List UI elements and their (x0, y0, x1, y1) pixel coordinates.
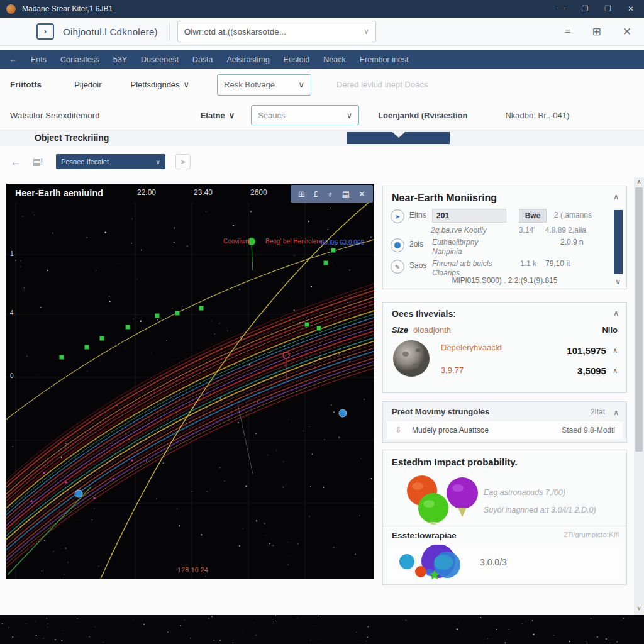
object-selector-dropdown[interactable]: Olwr:otd at.((soskarsotde... ∨ (177, 21, 376, 42)
nav-item-ents[interactable]: Ents (31, 55, 47, 64)
app-logo-icon (6, 4, 16, 14)
row1b-right: 4.8,89 2,aiia (545, 226, 586, 235)
nav-item-dasta[interactable]: Dasta (192, 55, 213, 64)
asteroid-marker[interactable] (60, 355, 64, 360)
scrollbar-thumb[interactable] (635, 187, 643, 452)
card-scrollbar-thumb[interactable] (614, 210, 623, 274)
asteroid-row (392, 339, 431, 378)
asteroid-marker[interactable] (317, 326, 321, 331)
mini-toolbar: ← ▤! Pesoee Ifecalet ∨ ➤ (0, 146, 644, 178)
plot-header: Heer-Earlh aemiuind (6, 184, 374, 203)
object-marker[interactable] (75, 490, 82, 497)
asteroid-marker[interactable] (155, 314, 160, 318)
asteroid-marker[interactable] (305, 323, 309, 327)
chevron-up-icon[interactable]: ∧ (613, 347, 618, 355)
row2-text2: Nanpinia (432, 247, 462, 256)
envelope-subtext: 27l/grumpicto:Klfl (564, 531, 619, 538)
chevron-up-icon[interactable]: ∧ (613, 309, 619, 318)
asteroid-marker[interactable] (100, 336, 104, 341)
document-icon[interactable]: › (36, 23, 54, 40)
envelope-row: 3.0.0/3 (387, 545, 623, 581)
row2-right: 2.0,9 n (560, 238, 584, 247)
pencil-icon[interactable]: ✎ (391, 260, 404, 274)
filter-friitotts[interactable]: Friitotts (10, 80, 42, 89)
menu-icon[interactable]: = (565, 25, 571, 38)
asteroid-marker[interactable] (126, 325, 130, 330)
plot-annotation-red-left: Coovilwnt (223, 238, 250, 245)
nav-item-erembor[interactable]: Erembor inest (360, 55, 409, 64)
asteroid-sub-value: 3,9.77 (441, 365, 464, 375)
search-input[interactable]: Seaucs ∨ (251, 105, 359, 125)
app-label: Oihjootul.l Cdknolere) (63, 26, 158, 37)
chevron-up-icon[interactable]: ∧ (613, 367, 618, 375)
chevron-down-icon: ∨ (156, 158, 160, 165)
close-panel-icon[interactable]: ✕ (623, 25, 631, 38)
layout-grid-icon[interactable]: ⊞ (592, 25, 601, 38)
cursor-icon[interactable]: ➤ (391, 209, 404, 223)
preset-dropdown[interactable]: Pesoee Ifecalet ∨ (56, 154, 165, 169)
nav-item-neack[interactable]: Neack (323, 55, 345, 64)
value-input[interactable]: 201 (432, 209, 506, 223)
tab-strip: Object Treckriiing (0, 130, 644, 147)
risk-dropdown[interactable]: Resk Botvage ∨ (217, 74, 311, 96)
close-icon[interactable]: ✕ (628, 4, 634, 13)
restore-icon[interactable]: ❐ (581, 4, 588, 13)
impact-markers-graphic (396, 474, 490, 525)
y-tick-4: 4 (10, 309, 14, 316)
minimize-icon[interactable]: — (557, 4, 565, 13)
maximize-icon[interactable]: ❐ (604, 4, 611, 13)
bottom-starfield (0, 615, 644, 644)
filter-plettsdigrides-label: Plettsdigrides (131, 80, 180, 89)
pencil-glyph: ✎ (395, 264, 400, 270)
date-dropdown[interactable]: Elatne ∨ (201, 111, 235, 120)
scroll-up-icon[interactable]: ∧ (634, 177, 644, 186)
row1b-mid: 3.14' (519, 226, 535, 235)
nav-item-duseenest[interactable]: Duseenest (141, 55, 179, 64)
layers-icon[interactable]: ▤! (33, 157, 42, 167)
chevron-up-icon[interactable]: ∧ (613, 408, 619, 417)
preset-dropdown-value: Pesoee Ifecalet (61, 158, 109, 165)
tab-object-tracking[interactable]: Object Treckriiing (35, 133, 109, 143)
chevron-up-icon[interactable]: ∧ (613, 192, 619, 201)
impact-title: Estedhm Impact probability. (383, 450, 626, 467)
asteroid-marker[interactable] (331, 248, 336, 253)
window-scrollbar[interactable]: ∧ ∨ (634, 177, 644, 615)
monitoring-footer: MIPl015.S000) . 2 2:(9.1(9).815 (383, 276, 626, 285)
y-tick-1: 1 (10, 250, 14, 257)
intervals-title: Oees Ihvevials: (383, 303, 626, 321)
chevron-down-icon: ∨ (299, 80, 305, 89)
model-list-item[interactable]: ⇩ Mudely proca Auattsoe Staed 9.8-Modtl (387, 421, 623, 439)
filter-pijedoir[interactable]: Pijedoir (74, 80, 101, 89)
asteroid-marker[interactable] (199, 306, 204, 311)
blue-dot-icon[interactable] (391, 238, 404, 252)
asteroid-image (392, 339, 431, 378)
orbit-visualization[interactable] (6, 203, 374, 579)
row3-text: Fhrenal arb buicls (432, 259, 492, 268)
pin-button[interactable]: ➤ (175, 154, 191, 169)
risk-dropdown-value: Resk Botvage (224, 80, 275, 89)
nav-item-coriastless[interactable]: Coriastless (60, 55, 99, 64)
filters-row: Friitotts Pijedoir Plettsdigrides ∨ Resk… (0, 69, 644, 101)
object-marker[interactable] (339, 409, 347, 417)
date-dropdown-label: Elatne (201, 111, 225, 120)
asteroid-marker[interactable] (85, 345, 89, 350)
asteroid-marker[interactable] (324, 261, 328, 265)
back-icon[interactable]: ← (10, 155, 21, 169)
nav-item-53y[interactable]: 53Y (113, 55, 127, 64)
orbit-plot-panel[interactable]: Heer-Earlh aemiuind 22.00 23.40 2600 ⊞ £… (6, 184, 374, 579)
chevron-down-icon: ∨ (229, 111, 235, 120)
nav-item-aelsirastimg[interactable]: Aelsirastimg (227, 55, 270, 64)
asteroid-name: Depeleryhvaacld (441, 343, 502, 352)
bwe-button[interactable]: Bwe (519, 209, 547, 223)
intervals-card: Oees Ihvevials: ∧ Size óloadjonth Nllo D… (382, 302, 627, 393)
chevron-down-icon[interactable]: ∨ (615, 277, 621, 286)
nav-item-eustoid[interactable]: Eustoid (284, 55, 310, 64)
search-row: Watsulor Srsexditemord Elatne ∨ Seaucs ∨… (0, 101, 644, 130)
cluster-graphic (393, 545, 487, 581)
object-selector-value: Olwr:otd at.((soskarsotde... (184, 27, 286, 36)
scroll-down-icon[interactable]: ∨ (634, 604, 644, 613)
back-icon[interactable]: ← (9, 55, 17, 64)
filter-plettsdigrides[interactable]: Plettsdigrides ∨ (131, 80, 190, 89)
cursor-glyph: ➤ (395, 213, 400, 220)
asteroid-marker[interactable] (175, 311, 180, 316)
